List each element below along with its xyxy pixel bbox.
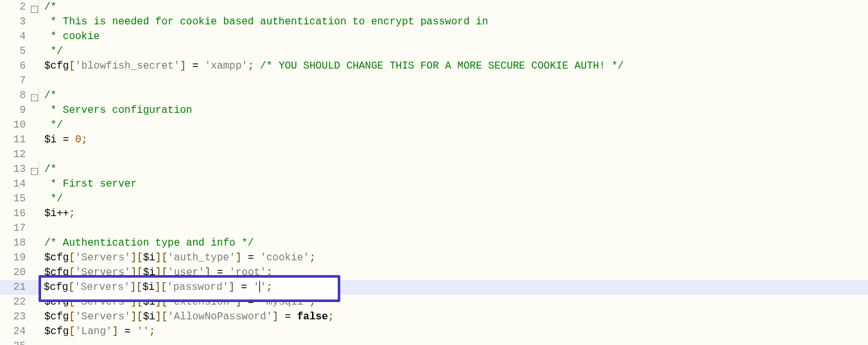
code-line[interactable]: 25: [0, 339, 868, 345]
line-number: 22: [0, 295, 30, 310]
code-line[interactable]: 16$i++;: [0, 206, 868, 221]
code-token: $cfg: [44, 311, 69, 323]
code-token: * This is needed for cookie based authen…: [44, 16, 488, 28]
line-number: 14: [0, 177, 30, 192]
code-content[interactable]: $cfg['Servers'][$i]['AllowNoPassword'] =…: [39, 310, 334, 324]
code-content[interactable]: */: [39, 44, 63, 59]
code-token: ]: [112, 326, 119, 337]
code-line[interactable]: 23$cfg['Servers'][$i]['AllowNoPassword']…: [0, 310, 868, 324]
code-line[interactable]: 15 */: [0, 192, 868, 206]
code-token: ]: [130, 311, 137, 323]
line-number: 21: [0, 280, 30, 295]
code-content[interactable]: $i++;: [39, 206, 75, 221]
code-token: $i: [143, 296, 155, 308]
line-number: 12: [0, 147, 30, 162]
code-line[interactable]: 11$i = 0;: [0, 133, 868, 147]
fold-toggle-icon[interactable]: -: [30, 0, 39, 15]
line-number: 13: [0, 162, 30, 177]
code-token: =: [118, 326, 137, 337]
code-line[interactable]: 8-/*: [0, 88, 868, 103]
code-content[interactable]: */: [39, 192, 63, 206]
code-content[interactable]: * Servers configuration: [39, 103, 192, 118]
code-token: [: [137, 267, 143, 278]
code-content[interactable]: $cfg['Servers'][$i]['extension'] = 'mysq…: [39, 295, 316, 310]
code-token: [: [69, 252, 75, 264]
code-token: =: [279, 311, 297, 323]
code-content[interactable]: * This is needed for cookie based authen…: [39, 15, 488, 29]
code-line[interactable]: 24$cfg['Lang'] = '';: [0, 324, 868, 339]
code-content[interactable]: /*: [39, 0, 56, 15]
code-content[interactable]: * First server: [39, 177, 137, 192]
code-token: false: [297, 311, 328, 323]
code-token: 'extension': [168, 296, 236, 308]
code-token: ]: [272, 311, 279, 323]
code-token: [: [69, 60, 75, 72]
code-token: ;: [149, 326, 155, 337]
code-line[interactable]: 6$cfg['blowfish_secret'] = 'xampp'; /* Y…: [0, 59, 868, 74]
code-token: $i: [143, 311, 155, 323]
code-token: /*: [44, 164, 56, 175]
code-content[interactable]: /* Authentication type and info */: [39, 236, 254, 251]
code-token: * cookie: [44, 31, 100, 42]
code-token: 'blowfish_secret': [75, 60, 180, 72]
code-line[interactable]: 17: [0, 221, 868, 236]
code-line[interactable]: 19$cfg['Servers'][$i]['auth_type'] = 'co…: [0, 251, 868, 265]
code-content[interactable]: /*: [39, 162, 56, 177]
code-line[interactable]: 22$cfg['Servers'][$i]['extension'] = 'my…: [0, 295, 868, 310]
code-token: 'xampp': [205, 60, 248, 72]
code-token: /* Authentication type and info */: [44, 237, 254, 249]
code-token: ]: [130, 252, 137, 264]
code-line[interactable]: 13-/*: [0, 162, 868, 177]
code-token: ;: [69, 208, 75, 219]
line-number: 16: [0, 206, 30, 221]
line-number: 5: [0, 44, 30, 59]
code-token: [: [69, 326, 75, 337]
code-token: '': [137, 326, 149, 337]
line-number: 15: [0, 192, 30, 206]
code-token: $cfg: [44, 60, 69, 72]
code-editor[interactable]: 2-/*3 * This is needed for cookie based …: [0, 0, 868, 345]
code-token: $i: [44, 134, 56, 146]
code-line[interactable]: 7: [0, 74, 868, 88]
code-token: 'cookie': [260, 252, 309, 264]
code-token: ;: [266, 267, 273, 278]
code-token: ]: [236, 252, 242, 264]
fold-toggle-icon[interactable]: -: [30, 162, 39, 177]
code-line[interactable]: 10 */: [0, 118, 868, 133]
code-line[interactable]: 3 * This is needed for cookie based auth…: [0, 15, 868, 29]
code-token: =: [186, 60, 205, 72]
code-line[interactable]: 9 * Servers configuration: [0, 103, 868, 118]
code-token: /* YOU SHOULD CHANGE THIS FOR A MORE SEC…: [254, 60, 624, 72]
code-token: 'Servers': [75, 296, 130, 308]
code-line[interactable]: 20$cfg['Servers'][$i]['user'] = 'root';: [0, 265, 868, 280]
code-line[interactable]: 14 * First server: [0, 177, 868, 192]
code-content[interactable]: $cfg['blowfish_secret'] = 'xampp'; /* YO…: [39, 59, 624, 74]
code-content[interactable]: /*: [39, 88, 56, 103]
code-content[interactable]: $cfg['Servers'][$i]['user'] = 'root';: [39, 265, 272, 280]
code-token: [: [69, 267, 75, 278]
code-line[interactable]: 5 */: [0, 44, 868, 59]
code-token: */: [44, 119, 63, 131]
code-content[interactable]: * cookie: [39, 29, 100, 44]
code-line[interactable]: 4 * cookie: [0, 29, 868, 44]
line-number: 24: [0, 324, 30, 339]
code-content[interactable]: $cfg['Servers'][$i]['auth_type'] = 'cook…: [39, 251, 316, 265]
code-token: 'Lang': [75, 326, 112, 337]
code-token: ]: [130, 267, 137, 278]
code-content[interactable]: */: [39, 118, 63, 133]
code-content[interactable]: $i = 0;: [39, 133, 87, 147]
line-number: 4: [0, 29, 30, 44]
fold-toggle-icon[interactable]: -: [30, 88, 39, 103]
code-token: ;: [309, 296, 316, 308]
code-token: ;: [328, 311, 334, 323]
line-number: 7: [0, 74, 30, 88]
line-number: 3: [0, 15, 30, 29]
code-line[interactable]: 12: [0, 147, 868, 162]
code-line[interactable]: 18/* Authentication type and info */: [0, 236, 868, 251]
code-token: $i: [143, 252, 155, 264]
code-token: ]: [130, 296, 137, 308]
code-token: [: [69, 296, 75, 308]
code-token: ]: [236, 296, 242, 308]
code-line[interactable]: 2-/*: [0, 0, 868, 15]
code-content[interactable]: $cfg['Lang'] = '';: [39, 324, 155, 339]
